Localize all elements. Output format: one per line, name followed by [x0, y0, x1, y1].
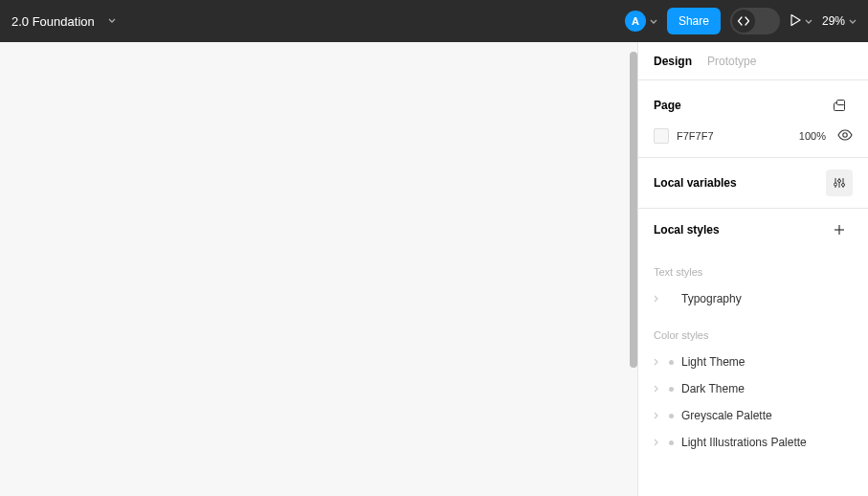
chevron-right-icon [654, 437, 659, 448]
variables-settings-icon[interactable] [826, 169, 853, 196]
avatar: A [625, 11, 646, 32]
local-variables-row[interactable]: Local variables [638, 158, 868, 209]
svg-point-2 [843, 133, 847, 137]
style-name: Typography [681, 292, 742, 305]
style-dot-icon [669, 414, 674, 418]
style-item-dark-theme[interactable]: Dark Theme [654, 375, 853, 402]
frame-orientation-icon[interactable] [826, 92, 853, 119]
header-right: A Share 29% [625, 8, 857, 34]
style-item-greyscale[interactable]: Greyscale Palette [654, 402, 853, 429]
dev-mode-toggle[interactable] [730, 8, 780, 34]
color-styles-label: Color styles [654, 312, 853, 349]
svg-rect-1 [837, 101, 845, 105]
style-dot-icon [669, 360, 674, 365]
style-item-typography[interactable]: Typography [654, 285, 853, 312]
style-dot-icon [669, 440, 674, 445]
tab-design[interactable]: Design [654, 55, 692, 68]
visibility-icon[interactable] [837, 129, 853, 143]
avatar-menu[interactable]: A [625, 11, 657, 32]
tab-prototype[interactable]: Prototype [707, 55, 756, 68]
page-section: Page F7F7F7 100% [638, 80, 868, 158]
zoom-menu[interactable]: 29% [822, 14, 857, 28]
page-bg-hex[interactable]: F7F7F7 [677, 130, 714, 142]
chevron-right-icon [654, 383, 659, 395]
add-style-button[interactable] [826, 216, 853, 243]
style-dot-icon [669, 387, 674, 392]
chevron-down-icon [849, 15, 857, 27]
right-panel: Design Prototype Page F7F7F7 1 [637, 42, 868, 496]
page-background-color: F7F7F7 [654, 128, 714, 144]
zoom-value: 29% [822, 14, 845, 28]
chevron-down-icon[interactable] [108, 18, 116, 24]
style-name: Dark Theme [681, 382, 745, 395]
color-swatch[interactable] [654, 128, 669, 144]
svg-point-7 [838, 180, 841, 183]
code-icon [732, 10, 755, 33]
canvas[interactable] [0, 42, 637, 496]
local-styles-section: Local styles Text styles Typography Colo… [638, 209, 868, 456]
chevron-right-icon [654, 293, 659, 304]
file-name[interactable]: 2.0 Foundation [11, 14, 95, 29]
chevron-right-icon [654, 356, 659, 368]
panel-tabs: Design Prototype [638, 42, 868, 80]
top-header: 2.0 Foundation A Share [0, 0, 868, 42]
play-icon [790, 13, 801, 29]
local-styles-title: Local styles [654, 223, 720, 237]
canvas-scrollbar[interactable] [630, 52, 637, 368]
chevron-down-icon [805, 15, 812, 27]
style-name: Light Illustrations Palette [681, 436, 807, 449]
style-item-light-theme[interactable]: Light Theme [654, 349, 853, 375]
chevron-right-icon [654, 410, 659, 421]
page-background-row[interactable]: F7F7F7 100% [638, 121, 868, 157]
share-button[interactable]: Share [667, 8, 721, 34]
style-item-light-illustrations[interactable]: Light Illustrations Palette [654, 429, 853, 456]
style-name: Greyscale Palette [681, 409, 772, 422]
present-button[interactable] [790, 13, 812, 29]
page-title: Page [654, 99, 681, 112]
main-area: Design Prototype Page F7F7F7 1 [0, 42, 868, 496]
style-name: Light Theme [681, 355, 746, 369]
svg-point-8 [842, 184, 845, 187]
text-styles-label: Text styles [654, 249, 853, 285]
local-variables-title: Local variables [654, 176, 737, 190]
page-bg-opacity[interactable]: 100% [799, 130, 826, 142]
svg-point-6 [835, 183, 837, 186]
header-left: 2.0 Foundation [11, 14, 116, 29]
chevron-down-icon [650, 15, 657, 27]
